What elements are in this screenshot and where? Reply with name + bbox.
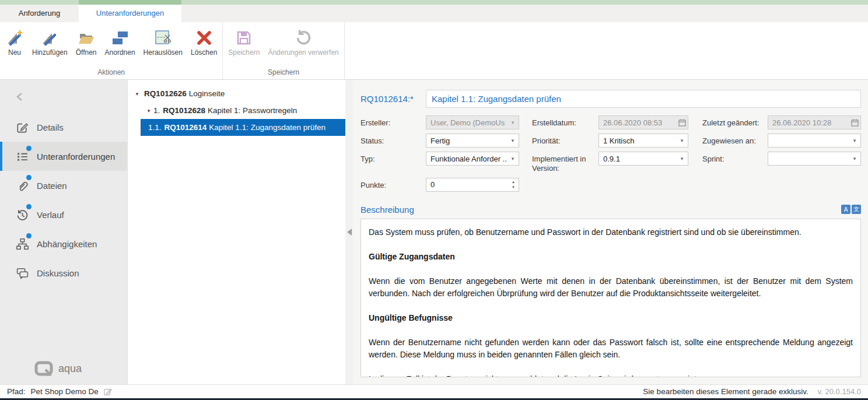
- typ-cell: Typ: Funktionale Anforder ... ▾: [360, 152, 519, 166]
- sprint-cell: Sprint: ▾: [702, 152, 861, 166]
- tree-expand-icon[interactable]: ▾: [144, 108, 153, 114]
- chevron-down-icon: ▾: [676, 138, 688, 143]
- herausloesen-button[interactable]: Herauslösen: [139, 26, 187, 58]
- ersteller-select[interactable]: User, Demo (DemoUs ... ▾: [426, 115, 519, 129]
- history-clock-icon: [15, 208, 29, 222]
- tree-item-id: RQ1012614: [164, 123, 207, 132]
- sidebar-item-details[interactable]: Details: [0, 113, 127, 142]
- sidebar-item-verlauf[interactable]: Verlauf: [0, 200, 127, 229]
- sidebar-item-label: Abhängigkeiten: [37, 239, 97, 249]
- tree-item-number: 1.1.: [148, 123, 162, 132]
- neu-button[interactable]: Neu: [1, 26, 28, 58]
- splitter-collapse-icon[interactable]: [347, 229, 352, 236]
- tab-unteranforderungen[interactable]: Unteranforderungen: [79, 5, 181, 22]
- sidebar-item-label: Verlauf: [37, 210, 64, 220]
- ribbon-group-aktionen: Neu Hinzufügen Öffnen: [0, 22, 222, 79]
- tree-item-rq1012626[interactable]: ▾ RQ1012626 Loginseite: [128, 85, 345, 102]
- notification-dot: [26, 204, 32, 209]
- sidebar-item-label: Dateien: [37, 181, 67, 191]
- speichern-button[interactable]: Speichern: [224, 26, 264, 58]
- oeffnen-button[interactable]: Öffnen: [72, 26, 101, 58]
- description-heading: Gültige Zugangsdaten: [369, 251, 853, 263]
- geaendert-cell: Zuletzt geändert: 26.06.2020 10:28: [702, 115, 861, 129]
- path-value: Pet Shop Demo De: [31, 387, 99, 396]
- select-value: 1 Kritisch: [599, 136, 676, 145]
- verwerfen-button-label: Änderungen verwerfen: [268, 48, 338, 57]
- tree-item-title: Kapitel 1: Passwortregeln: [208, 106, 297, 115]
- anordnen-button[interactable]: Anordnen: [101, 26, 139, 58]
- status-select[interactable]: Fertig ▾: [426, 134, 519, 148]
- extract-scissors-icon: [153, 27, 172, 48]
- stepper-down-icon[interactable]: ▾: [512, 185, 514, 189]
- tree-item-number: 1.: [153, 106, 160, 115]
- sidebar-item-abhaengigkeiten[interactable]: Abhängigkeiten: [0, 229, 127, 258]
- title-input[interactable]: [426, 90, 861, 108]
- open-folder-icon: [77, 27, 96, 48]
- prioritaet-select[interactable]: 1 Kritisch ▾: [598, 134, 688, 148]
- verwerfen-button[interactable]: Änderungen verwerfen: [264, 26, 342, 58]
- form-row-4: Punkte: 0 ▴ ▾: [360, 178, 861, 192]
- paperclip-icon: [15, 178, 29, 192]
- left-sidebar: Details Unteranforderungen Dateien: [0, 80, 127, 384]
- ersteller-label: Ersteller:: [360, 115, 426, 128]
- chevron-down-icon: ▾: [507, 120, 519, 125]
- path-label: Pfad:: [7, 387, 26, 396]
- version-select[interactable]: 0.9.1 ▾: [598, 152, 688, 166]
- hinzufuegen-button[interactable]: Hinzufügen: [28, 26, 72, 58]
- chat-bubbles-icon: [15, 266, 29, 280]
- edit-path-icon[interactable]: [103, 387, 113, 397]
- select-value: User, Demo (DemoUs ...: [426, 118, 507, 127]
- tree-expand-icon[interactable]: ▾: [132, 91, 142, 97]
- chevron-left-icon: [15, 92, 24, 102]
- app-window: Anforderung Unteranforderungen Neu Hinzu…: [0, 0, 868, 400]
- aktionen-buttons: Neu Hinzufügen Öffnen: [1, 23, 221, 67]
- requirement-id-label: RQ1012614:*: [360, 94, 426, 104]
- active-tab-accent: [79, 0, 181, 5]
- calendar-icon: [676, 119, 688, 127]
- sidebar-item-dateien[interactable]: Dateien: [0, 171, 127, 200]
- erstelldatum-label: Erstelldatum:: [532, 115, 598, 128]
- typ-select[interactable]: Funktionale Anforder ... ▾: [426, 152, 519, 166]
- sprint-select[interactable]: ▾: [768, 152, 861, 166]
- sidebar-item-unteranforderungen[interactable]: Unteranforderungen: [0, 142, 127, 171]
- zugewiesen-select[interactable]: ▾: [768, 134, 861, 148]
- version-label: Implementiert in Version:: [532, 152, 598, 174]
- tree-item-id: RQ1012626: [144, 89, 187, 98]
- punkte-stepper[interactable]: 0 ▴ ▾: [426, 178, 519, 192]
- app-version: v. 20.0.154.0: [818, 387, 861, 396]
- geaendert-field[interactable]: 26.06.2020 10:28: [768, 115, 861, 129]
- date-value: 26.06.2020 08:53: [599, 118, 676, 127]
- sidebar-collapse-button[interactable]: [0, 80, 127, 113]
- hierarchy-icon: [15, 237, 29, 251]
- translate-icon[interactable]: A 文: [841, 205, 861, 214]
- group-label-speichern: Speichern: [224, 67, 342, 79]
- loeschen-button-label: Löschen: [191, 48, 217, 57]
- title-row: RQ1012614:*: [360, 90, 861, 108]
- notification-dot: [26, 233, 32, 238]
- description-header-row: Beschreibung A 文: [360, 205, 861, 215]
- prioritaet-label: Priorität:: [532, 134, 598, 146]
- tree-item-title: Kapitel 1.1: Zugangsdaten prüfen: [209, 123, 326, 132]
- zugewiesen-label: Zugewiesen an:: [702, 134, 768, 146]
- loeschen-button[interactable]: Löschen: [187, 26, 221, 58]
- description-paragraph: Wenn der Benutzername nicht gefunden wer…: [369, 336, 853, 361]
- sidebar-item-diskussion[interactable]: Diskussion: [0, 258, 127, 287]
- stepper-buttons[interactable]: ▴ ▾: [508, 180, 519, 189]
- description-editor[interactable]: Das System muss prüfen, ob Benutzername …: [360, 219, 861, 378]
- herausloesen-button-label: Herauslösen: [144, 48, 183, 57]
- sidebar-item-label: Details: [37, 122, 64, 132]
- prioritaet-cell: Priorität: 1 Kritisch ▾: [532, 134, 688, 148]
- tab-anforderung[interactable]: Anforderung: [0, 5, 79, 22]
- geaendert-label: Zuletzt geändert:: [702, 115, 768, 128]
- ersteller-cell: Ersteller: User, Demo (DemoUs ... ▾: [360, 115, 519, 129]
- tree-item-title: Loginseite: [189, 89, 225, 98]
- stepper-up-icon[interactable]: ▴: [512, 180, 514, 184]
- tree-item-rq1012614-selected[interactable]: 1.1. RQ1012614 Kapitel 1.1: Zugangsdaten…: [141, 119, 345, 136]
- speichern-buttons: Speichern Änderungen verwerfen: [224, 23, 342, 67]
- erstelldatum-field[interactable]: 26.06.2020 08:53: [598, 115, 688, 129]
- chevron-down-icon: ▾: [507, 156, 519, 162]
- window-top-accent: [0, 0, 868, 5]
- form-row-2: Status: Fertig ▾ Priorität: 1 Kritisch ▾…: [360, 134, 861, 148]
- panel-splitter[interactable]: [345, 80, 353, 384]
- tree-item-rq1012628[interactable]: ▾ 1. RQ1012628 Kapitel 1: Passwortregeln: [128, 102, 345, 119]
